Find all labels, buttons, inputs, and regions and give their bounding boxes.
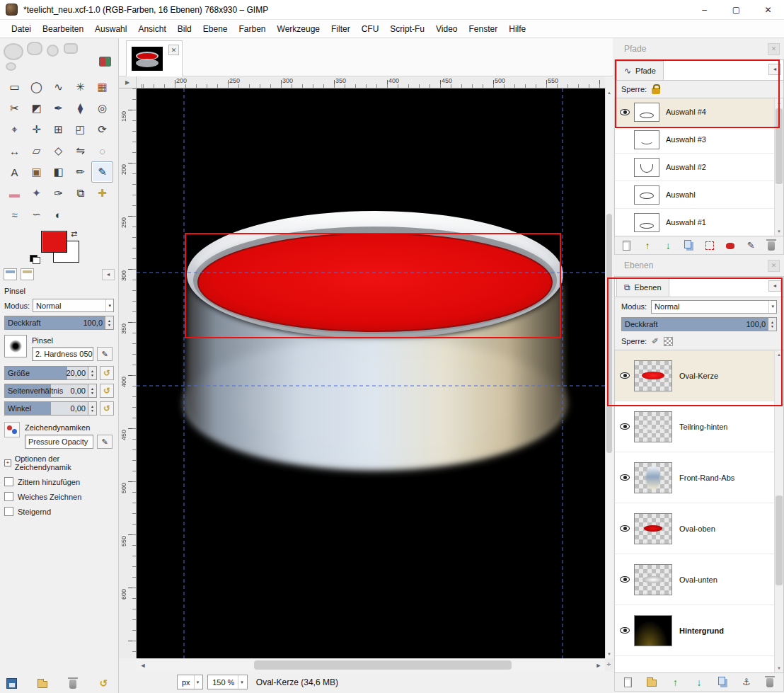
foreground-color-swatch[interactable]: [41, 231, 67, 253]
lock-pixels-icon[interactable]: ✐: [652, 336, 659, 346]
tool-options-tab-icon[interactable]: [4, 268, 17, 280]
layer-thumbnail[interactable]: [634, 615, 672, 646]
delete-tool-options-button[interactable]: [64, 675, 82, 691]
tool-paintbrush[interactable]: ✎: [91, 161, 113, 183]
path-name[interactable]: Auswahl #2: [666, 163, 706, 171]
scroll-down-icon[interactable]: ▼: [606, 650, 613, 658]
layer-thumbnail[interactable]: [634, 462, 672, 493]
lower-path-button[interactable]: ↓: [659, 238, 677, 253]
spinner[interactable]: ▲▼: [88, 367, 96, 379]
path-name[interactable]: Auswahl #1: [666, 218, 706, 227]
spinner[interactable]: ▲▼: [88, 384, 96, 397]
layers-menu-button[interactable]: ◄: [768, 280, 781, 292]
delete-layer-button[interactable]: [761, 675, 779, 690]
ruler-horizontal[interactable]: 200250300350400450500550: [137, 76, 605, 88]
path-row-auswahl-3[interactable]: Auswahl #3: [615, 126, 783, 154]
tool-perspective[interactable]: ◇: [47, 140, 69, 161]
tool-dodge-burn[interactable]: ◐: [47, 204, 69, 225]
layer-name[interactable]: Front-Rand-Abs: [679, 474, 734, 482]
tool-scissors-select[interactable]: ✂: [4, 98, 25, 119]
edit-dynamics-button[interactable]: ✎: [97, 435, 113, 449]
device-status-tab-icon[interactable]: [21, 268, 34, 280]
image-tab[interactable]: ✕: [126, 40, 183, 76]
menu-video[interactable]: Video: [430, 21, 463, 37]
maximize-button[interactable]: ▢: [720, 0, 752, 20]
tool-flip[interactable]: ⇋: [69, 140, 91, 161]
swap-colors-icon[interactable]: ⇄: [71, 229, 77, 239]
tool-eraser[interactable]: ▬: [4, 183, 25, 204]
layer-name[interactable]: Oval-unten: [679, 575, 717, 584]
tool-heal[interactable]: ✚: [91, 183, 113, 204]
tool-rotate[interactable]: ⟳: [91, 119, 113, 140]
tool-airbrush[interactable]: ✦: [25, 183, 47, 204]
tool-select-by-color[interactable]: ▦: [91, 76, 113, 98]
scroll-right-icon[interactable]: ►: [594, 659, 604, 671]
zoom-select[interactable]: 150 % ▾: [207, 675, 248, 689]
layer-thumbnail[interactable]: [634, 360, 672, 391]
reset-aspect-button[interactable]: ↺: [100, 384, 114, 398]
dynamics-name-field[interactable]: Pressure Opacity: [25, 435, 93, 449]
tool-ink[interactable]: ✑: [47, 183, 69, 204]
reset-angle-button[interactable]: ↺: [100, 401, 114, 416]
paths-menu-button[interactable]: ◄: [768, 64, 781, 75]
tool-fuzzy-select[interactable]: ✳: [69, 76, 91, 98]
dynamics-icon[interactable]: [4, 422, 20, 437]
menu-bearbeiten[interactable]: Bearbeiten: [37, 21, 89, 37]
scroll-up-icon[interactable]: ▲: [775, 98, 783, 107]
tool-opacity-slider[interactable]: Deckkraft 100,0 ▲▼: [4, 316, 114, 330]
tool-options-menu-button[interactable]: ◄: [102, 269, 115, 280]
tool-crop[interactable]: ◰: [69, 119, 91, 140]
canvas[interactable]: [137, 88, 605, 658]
scroll-up-icon[interactable]: ▲: [775, 350, 783, 359]
tool-scale[interactable]: ↔: [4, 140, 25, 161]
menu-auswahl[interactable]: Auswahl: [89, 21, 132, 37]
paths-close-button[interactable]: ✕: [768, 43, 780, 55]
delete-path-button[interactable]: [763, 238, 780, 253]
dynamics-options-expander[interactable]: + Optionen der Zeichendynamik: [4, 454, 114, 471]
checkbox-icon[interactable]: [4, 507, 13, 516]
ruler-corner-button[interactable]: ▶: [119, 76, 137, 88]
canvas-horizontal-scrollbar[interactable]: ◄ ►: [137, 658, 605, 671]
path-thumbnail[interactable]: [634, 158, 659, 177]
path-row-auswahl[interactable]: Auswahl: [615, 181, 783, 209]
path-name[interactable]: Auswahl: [666, 190, 696, 199]
tool-measure[interactable]: ⌖: [4, 119, 25, 140]
brush-size-slider[interactable]: Größe 20,00 ▲▼: [4, 366, 97, 380]
menu-ansicht[interactable]: Ansicht: [132, 21, 171, 37]
path-name[interactable]: Auswahl #4: [666, 108, 706, 116]
menu-filter[interactable]: Filter: [325, 21, 356, 37]
selection-to-path-button[interactable]: [721, 238, 739, 253]
tab-ebenen[interactable]: ⧉ Ebenen: [616, 277, 669, 297]
layer-mode-select[interactable]: Normal ▾: [651, 300, 777, 314]
layers-scrollbar[interactable]: ▲ ▼: [774, 350, 783, 672]
aspect-ratio-slider[interactable]: Seitenverhältnis 0,00 ▲▼: [4, 384, 97, 398]
tool-move[interactable]: ✛: [25, 119, 47, 140]
layer-row-hintergrund[interactable]: Hintergrund: [615, 605, 783, 656]
lower-layer-button[interactable]: ↓: [690, 675, 708, 690]
menu-script-fu[interactable]: Script-Fu: [384, 21, 430, 37]
unit-select[interactable]: px ▾: [177, 675, 203, 689]
tool-gradient[interactable]: ◧: [47, 161, 69, 183]
path-to-selection-button[interactable]: [701, 238, 718, 253]
scrollbar-thumb[interactable]: [776, 108, 783, 184]
menu-werkzeuge[interactable]: Werkzeuge: [272, 21, 325, 37]
ruler-vertical[interactable]: 150200250300350400450500550600: [119, 88, 137, 658]
tab-pfade[interactable]: ∿ Pfade: [616, 61, 664, 80]
brush-name-field[interactable]: 2. Hardness 050: [32, 347, 93, 361]
tool-clone[interactable]: ⧉: [69, 183, 91, 204]
menu-ebene[interactable]: Ebene: [197, 21, 234, 37]
menu-datei[interactable]: Datei: [6, 21, 37, 37]
tab-close-icon[interactable]: ✕: [168, 45, 179, 55]
layer-visibility-toggle[interactable]: [615, 474, 634, 481]
spinner[interactable]: ▲▼: [105, 316, 113, 329]
layer-visibility-toggle[interactable]: [615, 423, 634, 430]
tool-paths[interactable]: ✒: [47, 98, 69, 119]
spinner[interactable]: ▲▼: [88, 402, 96, 415]
layer-row-oval-unten[interactable]: Oval-unten: [615, 554, 783, 605]
duplicate-layer-button[interactable]: [714, 675, 732, 690]
layer-thumbnail[interactable]: [634, 411, 672, 442]
path-row-auswahl-4[interactable]: Auswahl #4: [615, 98, 783, 126]
checkbox-icon[interactable]: [4, 477, 13, 486]
tool-blur-sharpen[interactable]: ≈: [4, 204, 25, 225]
incremental-checkbox-row[interactable]: Steigernd: [4, 507, 114, 516]
